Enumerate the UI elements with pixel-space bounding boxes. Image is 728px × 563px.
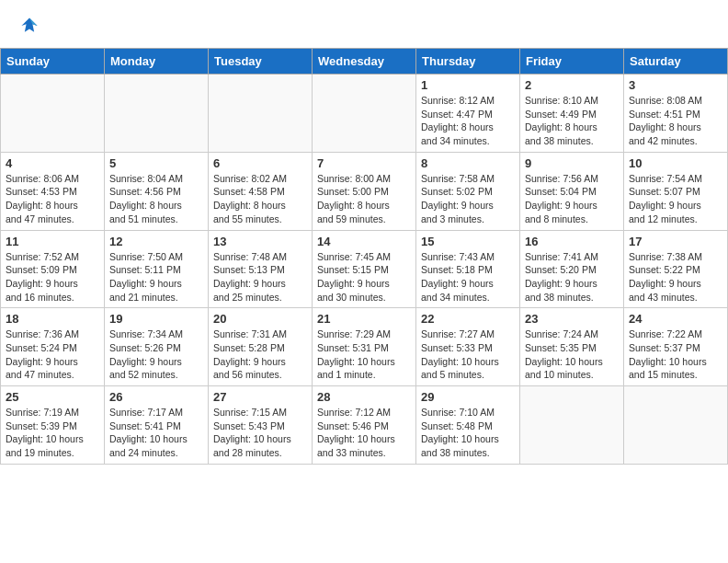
day-cell-12: 12Sunrise: 7:50 AM Sunset: 5:11 PM Dayli…: [105, 230, 209, 308]
day-info: Sunrise: 7:17 AM Sunset: 5:41 PM Dayligh…: [109, 406, 203, 460]
day-info: Sunrise: 7:36 AM Sunset: 5:24 PM Dayligh…: [6, 327, 99, 382]
day-number: 4: [6, 156, 99, 170]
day-cell-27: 27Sunrise: 7:15 AM Sunset: 5:43 PM Dayli…: [209, 386, 313, 465]
day-info: Sunrise: 8:00 AM Sunset: 5:00 PM Dayligh…: [317, 172, 411, 226]
day-info: Sunrise: 7:24 AM Sunset: 5:35 PM Dayligh…: [525, 327, 619, 382]
day-number: 16: [525, 235, 619, 248]
day-number: 22: [421, 312, 515, 326]
day-number: 29: [421, 390, 515, 404]
day-info: Sunrise: 8:08 AM Sunset: 4:51 PM Dayligh…: [629, 94, 722, 148]
day-header-tuesday: Tuesday: [209, 49, 313, 75]
day-info: Sunrise: 7:19 AM Sunset: 5:39 PM Dayligh…: [6, 406, 99, 460]
day-cell-24: 24Sunrise: 7:22 AM Sunset: 5:37 PM Dayli…: [624, 308, 728, 386]
week-row-4: 18Sunrise: 7:36 AM Sunset: 5:24 PM Dayli…: [1, 308, 728, 386]
day-number: 21: [317, 312, 411, 326]
day-number: 27: [213, 390, 307, 404]
day-cell-25: 25Sunrise: 7:19 AM Sunset: 5:39 PM Dayli…: [1, 386, 105, 465]
day-info: Sunrise: 7:56 AM Sunset: 5:04 PM Dayligh…: [525, 172, 619, 226]
day-info: Sunrise: 8:02 AM Sunset: 4:58 PM Dayligh…: [213, 172, 307, 226]
empty-cell: [313, 75, 416, 153]
day-number: 5: [109, 156, 203, 170]
day-info: Sunrise: 7:22 AM Sunset: 5:37 PM Dayligh…: [629, 327, 722, 382]
day-number: 28: [317, 390, 411, 404]
empty-cell: [1, 75, 105, 153]
day-info: Sunrise: 7:54 AM Sunset: 5:07 PM Dayligh…: [629, 172, 722, 226]
day-info: Sunrise: 7:52 AM Sunset: 5:09 PM Dayligh…: [6, 250, 99, 304]
day-info: Sunrise: 7:34 AM Sunset: 5:26 PM Dayligh…: [109, 327, 203, 382]
day-number: 10: [629, 156, 722, 170]
calendar-header-row: SundayMondayTuesdayWednesdayThursdayFrid…: [1, 49, 728, 75]
day-number: 8: [421, 156, 515, 170]
day-info: Sunrise: 7:27 AM Sunset: 5:33 PM Dayligh…: [421, 327, 515, 382]
day-cell-4: 4Sunrise: 8:06 AM Sunset: 4:53 PM Daylig…: [1, 152, 105, 230]
page-header: [0, 0, 728, 40]
day-cell-13: 13Sunrise: 7:48 AM Sunset: 5:13 PM Dayli…: [209, 230, 313, 308]
day-info: Sunrise: 7:29 AM Sunset: 5:31 PM Dayligh…: [317, 327, 411, 382]
day-cell-21: 21Sunrise: 7:29 AM Sunset: 5:31 PM Dayli…: [313, 308, 416, 386]
week-row-5: 25Sunrise: 7:19 AM Sunset: 5:39 PM Dayli…: [1, 386, 728, 465]
week-row-3: 11Sunrise: 7:52 AM Sunset: 5:09 PM Dayli…: [1, 230, 728, 308]
day-number: 17: [629, 235, 722, 248]
day-cell-19: 19Sunrise: 7:34 AM Sunset: 5:26 PM Dayli…: [105, 308, 209, 386]
day-number: 18: [6, 312, 99, 326]
day-info: Sunrise: 7:48 AM Sunset: 5:13 PM Dayligh…: [213, 250, 307, 304]
day-number: 13: [213, 235, 307, 248]
day-number: 2: [525, 78, 619, 92]
day-number: 15: [421, 235, 515, 248]
logo: [18, 15, 44, 37]
day-cell-16: 16Sunrise: 7:41 AM Sunset: 5:20 PM Dayli…: [520, 230, 624, 308]
day-info: Sunrise: 7:41 AM Sunset: 5:20 PM Dayligh…: [525, 250, 619, 304]
day-info: Sunrise: 8:06 AM Sunset: 4:53 PM Dayligh…: [6, 172, 99, 226]
day-cell-26: 26Sunrise: 7:17 AM Sunset: 5:41 PM Dayli…: [105, 386, 209, 465]
day-info: Sunrise: 7:31 AM Sunset: 5:28 PM Dayligh…: [213, 327, 307, 382]
day-number: 26: [109, 390, 203, 404]
day-number: 25: [6, 390, 99, 404]
day-info: Sunrise: 8:04 AM Sunset: 4:56 PM Dayligh…: [109, 172, 203, 226]
day-number: 6: [213, 156, 307, 170]
day-cell-20: 20Sunrise: 7:31 AM Sunset: 5:28 PM Dayli…: [209, 308, 313, 386]
day-header-friday: Friday: [520, 49, 624, 75]
day-cell-8: 8Sunrise: 7:58 AM Sunset: 5:02 PM Daylig…: [416, 152, 520, 230]
empty-cell: [209, 75, 313, 153]
day-info: Sunrise: 7:38 AM Sunset: 5:22 PM Dayligh…: [629, 250, 722, 304]
day-info: Sunrise: 7:10 AM Sunset: 5:48 PM Dayligh…: [421, 406, 515, 460]
day-cell-5: 5Sunrise: 8:04 AM Sunset: 4:56 PM Daylig…: [105, 152, 209, 230]
day-info: Sunrise: 7:43 AM Sunset: 5:18 PM Dayligh…: [421, 250, 515, 304]
day-header-saturday: Saturday: [624, 49, 728, 75]
empty-cell: [624, 386, 728, 465]
day-info: Sunrise: 8:12 AM Sunset: 4:47 PM Dayligh…: [421, 94, 515, 148]
day-cell-22: 22Sunrise: 7:27 AM Sunset: 5:33 PM Dayli…: [416, 308, 520, 386]
day-cell-14: 14Sunrise: 7:45 AM Sunset: 5:15 PM Dayli…: [313, 230, 416, 308]
day-cell-28: 28Sunrise: 7:12 AM Sunset: 5:46 PM Dayli…: [313, 386, 416, 465]
day-info: Sunrise: 7:58 AM Sunset: 5:02 PM Dayligh…: [421, 172, 515, 226]
day-number: 23: [525, 312, 619, 326]
day-cell-29: 29Sunrise: 7:10 AM Sunset: 5:48 PM Dayli…: [416, 386, 520, 465]
day-number: 24: [629, 312, 722, 326]
day-info: Sunrise: 7:45 AM Sunset: 5:15 PM Dayligh…: [317, 250, 411, 304]
empty-cell: [520, 386, 624, 465]
day-cell-11: 11Sunrise: 7:52 AM Sunset: 5:09 PM Dayli…: [1, 230, 105, 308]
day-number: 11: [6, 235, 99, 248]
day-cell-7: 7Sunrise: 8:00 AM Sunset: 5:00 PM Daylig…: [313, 152, 416, 230]
day-number: 19: [109, 312, 203, 326]
day-cell-1: 1Sunrise: 8:12 AM Sunset: 4:47 PM Daylig…: [416, 75, 520, 153]
day-cell-17: 17Sunrise: 7:38 AM Sunset: 5:22 PM Dayli…: [624, 230, 728, 308]
day-header-monday: Monday: [105, 49, 209, 75]
day-number: 9: [525, 156, 619, 170]
logo-icon: [18, 15, 40, 37]
day-header-sunday: Sunday: [1, 49, 105, 75]
day-number: 7: [317, 156, 411, 170]
day-header-wednesday: Wednesday: [313, 49, 416, 75]
day-cell-10: 10Sunrise: 7:54 AM Sunset: 5:07 PM Dayli…: [624, 152, 728, 230]
week-row-1: 1Sunrise: 8:12 AM Sunset: 4:47 PM Daylig…: [1, 75, 728, 153]
empty-cell: [105, 75, 209, 153]
day-number: 12: [109, 235, 203, 248]
day-cell-15: 15Sunrise: 7:43 AM Sunset: 5:18 PM Dayli…: [416, 230, 520, 308]
day-info: Sunrise: 7:15 AM Sunset: 5:43 PM Dayligh…: [213, 406, 307, 460]
day-info: Sunrise: 8:10 AM Sunset: 4:49 PM Dayligh…: [525, 94, 619, 148]
day-cell-6: 6Sunrise: 8:02 AM Sunset: 4:58 PM Daylig…: [209, 152, 313, 230]
week-row-2: 4Sunrise: 8:06 AM Sunset: 4:53 PM Daylig…: [1, 152, 728, 230]
day-cell-9: 9Sunrise: 7:56 AM Sunset: 5:04 PM Daylig…: [520, 152, 624, 230]
day-number: 20: [213, 312, 307, 326]
day-cell-3: 3Sunrise: 8:08 AM Sunset: 4:51 PM Daylig…: [624, 75, 728, 153]
